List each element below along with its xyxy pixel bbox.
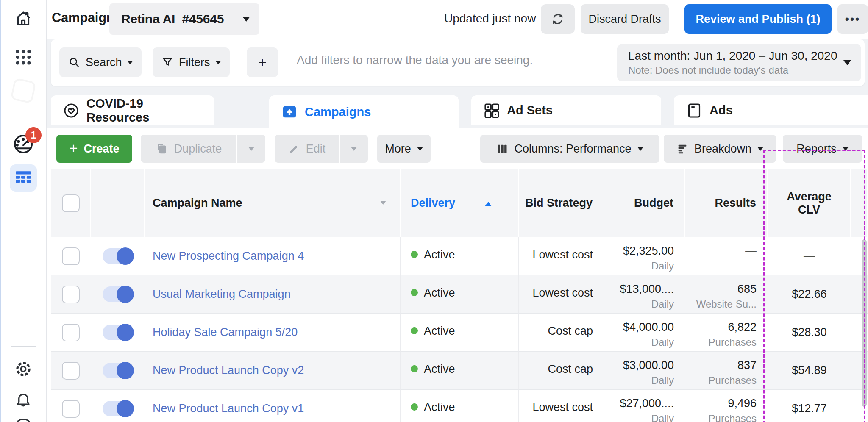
date-range-selector[interactable]: Last month: Jun 1, 2020 – Jun 30, 2020 N…	[617, 44, 861, 81]
duplicate-dropdown[interactable]	[237, 135, 265, 163]
more-button[interactable]: More	[377, 135, 431, 163]
filter-bar: Search Filters + Add filters to narrow t…	[51, 39, 865, 86]
budget-cell: $4,000.00Daily	[604, 314, 685, 352]
bid-strategy-cell: Lowest cost	[519, 275, 604, 314]
duplicate-button[interactable]: Duplicate	[141, 135, 236, 163]
reporting-table-item-selected[interactable]	[10, 164, 37, 192]
campaign-name-link[interactable]: Usual Marketing Campaign	[153, 288, 291, 301]
active-status-dot	[411, 403, 418, 411]
date-range-note: Note: Does not include today's data	[628, 64, 843, 76]
filter-band: Search Filters + Add filters to narrow t…	[47, 39, 868, 95]
campaign-toggle[interactable]	[103, 363, 133, 378]
column-header-bid-strategy[interactable]: Bid Strategy	[519, 169, 604, 237]
reports-button[interactable]: Reports	[783, 135, 862, 163]
active-status-dot	[411, 327, 418, 334]
bid-strategy-cell: Lowest cost	[519, 237, 604, 275]
campaign-toggle[interactable]	[103, 401, 133, 416]
updated-status: Updated just now	[444, 12, 536, 25]
filter-placeholder[interactable]: Add filters to narrow the data you are s…	[297, 53, 533, 67]
campaign-name-link[interactable]: New Product Launch Copy v2	[153, 364, 304, 377]
bid-strategy-cell: Lowest cost	[519, 390, 604, 422]
campaign-toggle[interactable]	[103, 325, 133, 340]
bell-icon[interactable]	[0, 391, 47, 410]
column-header-delivery[interactable]: Delivery	[401, 169, 519, 237]
average-clv-cell: $12.77	[768, 390, 851, 422]
edit-button[interactable]: Edit	[275, 135, 339, 163]
campaign-toggle[interactable]	[103, 248, 133, 264]
table-row: New Product Launch Copy v1 Active Lowest…	[51, 390, 868, 422]
header-label: Campaign Name	[153, 197, 242, 210]
breakdown-button[interactable]: Breakdown	[664, 135, 776, 163]
date-range-value: Last month: Jun 1, 2020 – Jun 30, 2020	[628, 49, 843, 63]
add-filter-button[interactable]: +	[247, 47, 278, 77]
delivery-status: Active	[424, 325, 455, 338]
breakdown-label: Breakdown	[694, 142, 751, 155]
bid-strategy-cell: Cost cap	[519, 352, 604, 390]
columns-icon	[496, 143, 508, 155]
level-tabs: COVID-19 Resources Campaigns Ad Sets	[47, 95, 868, 128]
row-checkbox[interactable]	[62, 247, 80, 265]
row-checkbox[interactable]	[62, 286, 80, 303]
hidden-faded-icon[interactable]	[0, 80, 47, 102]
column-header-budget[interactable]: Budget	[604, 169, 685, 237]
notification-badge: 1	[25, 127, 42, 143]
column-header-average-clv[interactable]: Average CLV	[768, 169, 851, 237]
help-icon-partial[interactable]	[14, 419, 33, 422]
edit-dropdown[interactable]	[340, 135, 368, 163]
toggle-knob	[117, 247, 134, 265]
campaign-toggle[interactable]	[103, 286, 133, 302]
table-row: New Product Launch Copy v2 Active Cost c…	[51, 352, 868, 390]
columns-button[interactable]: Columns: Performance	[480, 135, 659, 163]
reporting-table-icon	[14, 169, 32, 187]
edit-label: Edit	[306, 142, 326, 155]
active-status-dot	[411, 251, 418, 258]
average-clv-cell: $28.30	[768, 314, 851, 352]
select-all-checkbox[interactable]	[62, 194, 80, 212]
bid-strategy-cell: Cost cap	[519, 314, 604, 352]
column-header-campaign-name[interactable]: Campaign Name	[145, 169, 401, 237]
search-label: Search	[86, 56, 122, 69]
create-button[interactable]: + Create	[56, 135, 132, 163]
toggle-knob	[117, 362, 134, 379]
campaign-name-link[interactable]: New Product Launch Copy v1	[153, 402, 304, 415]
active-status-dot	[411, 289, 418, 296]
home-icon[interactable]	[0, 8, 47, 29]
more-options-button[interactable]: •••	[837, 4, 868, 34]
tab-campaigns[interactable]: Campaigns	[269, 95, 459, 128]
column-header-spacer	[851, 169, 868, 237]
chevron-down-icon	[843, 60, 851, 65]
tab-label: COVID-19 Resources	[86, 97, 202, 125]
search-button[interactable]: Search	[59, 47, 142, 77]
row-checkbox[interactable]	[62, 324, 80, 341]
tab-ad-sets[interactable]: Ad Sets	[471, 95, 661, 125]
delivery-status: Active	[424, 401, 455, 414]
refresh-button[interactable]	[541, 4, 575, 34]
sort-ascending-icon	[485, 202, 492, 206]
column-header-results[interactable]: Results	[685, 169, 768, 237]
results-cell: 837Purchases	[685, 352, 768, 390]
delivery-status: Active	[424, 363, 455, 376]
more-label: More	[385, 142, 411, 155]
tab-covid-resources[interactable]: COVID-19 Resources	[51, 95, 214, 125]
gear-icon[interactable]	[0, 359, 47, 379]
row-checkbox[interactable]	[62, 362, 80, 380]
pencil-icon	[288, 143, 300, 155]
campaign-name-link[interactable]: New Prospecting Campaign 4	[153, 250, 304, 263]
vertical-scrollbar[interactable]	[862, 239, 867, 407]
apps-grid-icon[interactable]	[0, 47, 47, 67]
chevron-down-icon	[351, 147, 357, 151]
discard-drafts-button[interactable]: Discard Drafts	[581, 4, 669, 34]
campaign-name-link[interactable]: Holiday Sale Campaign 5/20	[153, 326, 298, 339]
review-publish-button[interactable]: Review and Publish (1)	[684, 4, 832, 34]
row-checkbox[interactable]	[62, 400, 80, 418]
chevron-down-icon	[380, 201, 386, 205]
account-selector[interactable]: Retina AI #45645	[109, 3, 259, 35]
chevron-down-icon	[215, 61, 221, 64]
ad-sets-grid-icon	[483, 102, 500, 119]
filters-button[interactable]: Filters	[153, 47, 230, 77]
refresh-icon	[550, 11, 565, 27]
sidebar-divider	[11, 346, 36, 347]
table-row: Usual Marketing Campaign Active Lowest c…	[51, 275, 868, 314]
tab-ads[interactable]: Ads	[674, 95, 868, 125]
results-cell: 9,496Purchases	[685, 390, 768, 422]
